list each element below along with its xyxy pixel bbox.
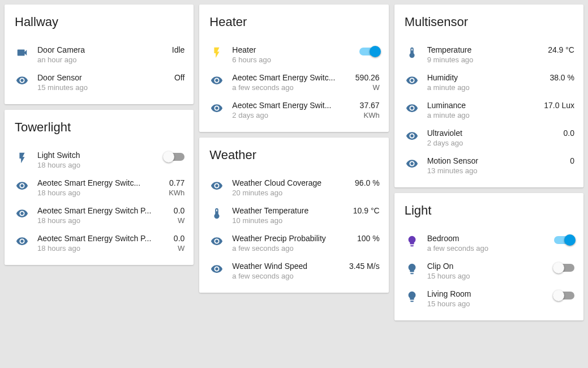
entity-main: Aeotec Smart Energy Switch P...18 hours … [37,206,169,225]
entity-name: Clip On [427,262,550,271]
eye-icon [404,73,427,87]
entity-main: Aeotec Smart Energy Switc...18 hours ago [37,178,164,197]
entity-row[interactable]: Aeotec Smart Energy Switc...a few second… [208,69,379,96]
entity-row[interactable]: Clip On15 hours ago [404,257,574,285]
entity-main: Luminancea minute ago [427,101,540,119]
card-title: Multisensor [404,15,574,29]
entity-row[interactable]: Weather Precip Probabilitya few seconds … [208,229,379,257]
toggle-switch[interactable] [164,153,184,161]
entity-row[interactable]: Luminancea minute ago17.0 Lux [404,96,574,124]
eye-icon [208,73,232,87]
eye-icon [404,156,427,170]
entity-row[interactable]: Weather Temperature10 minutes ago10.9 °C [208,202,379,229]
entity-timestamp: 20 minutes ago [232,189,350,197]
toggle-switch[interactable] [359,48,380,55]
entity-timestamp: 18 hours ago [37,189,164,197]
entity-timestamp: a few seconds ago [232,272,345,280]
entity-row[interactable]: Weather Wind Speeda few seconds ago3.45 … [208,257,379,285]
entity-name: Bedroom [427,234,550,243]
entity-main: Humiditya minute ago [427,73,546,92]
card-weather: Weather Weather Cloud Coverage20 minutes… [199,138,388,293]
thermo-icon [208,206,232,220]
entity-value: 17.0 Lux [539,101,574,110]
entity-row[interactable]: Aeotec Smart Energy Switch P...18 hours … [14,229,184,257]
card-towerlight: Towerlight Light Switch18 hours agoAeote… [5,110,194,265]
entity-timestamp: 6 hours ago [232,55,354,64]
entity-value: Off [170,73,184,82]
entity-main: Clip On15 hours ago [427,262,550,280]
entity-name: Weather Cloud Coverage [232,178,350,187]
entity-main: Aeotec Smart Energy Swit...2 days ago [232,101,355,119]
eye-icon [208,178,232,192]
entity-timestamp: 2 days ago [427,139,559,147]
entity-value: 10.9 °C [349,206,380,215]
entity-unit: W [355,83,380,92]
eye-icon [14,178,37,192]
entity-main: Heater6 hours ago [232,45,354,64]
entity-main: Weather Cloud Coverage20 minutes ago [232,178,350,197]
card-hallway: Hallway Door Cameraan hour agoIdleDoor S… [5,5,194,104]
entity-row[interactable]: Aeotec Smart Energy Switch P...18 hours … [14,202,184,229]
entity-row[interactable]: Aeotec Smart Energy Swit...2 days ago37.… [208,96,379,124]
entity-unit: KWh [169,189,184,197]
entity-name: Humidity [427,73,546,82]
flash-icon [208,45,232,59]
entity-row[interactable]: Weather Cloud Coverage20 minutes ago96.0… [208,174,379,202]
entity-toggle[interactable] [550,262,574,273]
entity-main: Aeotec Smart Energy Switch P...18 hours … [37,234,169,253]
entity-row[interactable]: Light Switch18 hours ago [14,146,184,174]
eye-icon [14,73,37,87]
entity-toggle[interactable] [550,234,574,246]
entity-name: Ultraviolet [427,129,559,138]
entity-value: 0 [565,156,574,165]
entity-row[interactable]: Humiditya minute ago38.0 % [404,69,574,96]
card-heater: Heater Heater6 hours agoAeotec Smart Ene… [199,5,388,132]
entity-value: Idle [168,45,185,54]
entity-main: Weather Wind Speeda few seconds ago [232,262,345,280]
entity-value: 0.0W [169,234,184,253]
entity-main: Ultraviolet2 days ago [427,129,559,147]
entity-main: Aeotec Smart Energy Switc...a few second… [232,73,351,92]
card-multisensor: Multisensor Temperature9 minutes ago24.9… [394,5,583,187]
entity-name: Temperature [427,45,543,54]
entity-row[interactable]: Ultraviolet2 days ago0.0 [404,124,574,152]
entity-value: 3.45 M/s [345,262,380,271]
toggle-switch[interactable] [554,264,574,272]
entity-timestamp: 9 minutes ago [427,55,543,64]
entity-row[interactable]: Door Sensor15 minutes agoOff [14,69,184,96]
entity-row[interactable]: Door Cameraan hour agoIdle [14,41,184,69]
entity-row[interactable]: Bedrooma few seconds ago [404,229,574,257]
entity-timestamp: a few seconds ago [232,83,351,92]
entity-timestamp: 15 hours ago [427,299,550,308]
entity-value: 38.0 % [545,73,574,82]
entity-value: 96.0 % [350,178,380,187]
entity-timestamp: an hour ago [37,55,168,64]
entity-row[interactable]: Motion Sensor13 minutes ago0 [404,152,574,179]
dashboard: Hallway Door Cameraan hour agoIdleDoor S… [5,5,583,320]
entity-unit: KWh [360,111,380,119]
bulb-icon [404,289,427,303]
entity-name: Light Switch [37,151,160,160]
entity-main: Light Switch18 hours ago [37,151,160,169]
bulb-icon [404,234,427,247]
toggle-switch[interactable] [554,236,574,244]
entity-toggle[interactable] [550,289,574,301]
entity-name: Weather Precip Probability [232,234,353,243]
eye-icon [14,206,37,220]
entity-row[interactable]: Heater6 hours ago [208,41,379,69]
entity-unit: W [174,244,184,253]
entity-row[interactable]: Temperature9 minutes ago24.9 °C [404,41,574,69]
card-title: Weather [208,148,379,162]
entity-name: Door Sensor [37,73,170,82]
card-title: Light [404,203,574,218]
entity-name: Weather Temperature [232,206,348,215]
card-title: Towerlight [14,120,184,135]
entity-toggle[interactable] [160,151,184,162]
entity-main: Door Cameraan hour ago [37,45,168,64]
toggle-switch[interactable] [554,292,574,299]
entity-toggle[interactable] [355,45,380,57]
entity-main: Weather Precip Probabilitya few seconds … [232,234,353,253]
entity-row[interactable]: Aeotec Smart Energy Switc...18 hours ago… [14,174,184,202]
entity-row[interactable]: Living Room15 hours ago [404,285,574,313]
eye-icon [404,101,427,114]
